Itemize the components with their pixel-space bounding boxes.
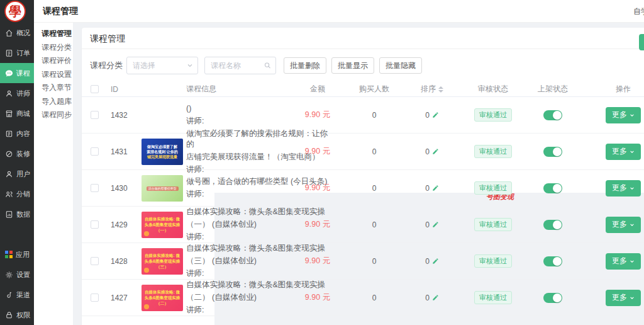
course-id: 1429 [111, 207, 128, 242]
row-checkbox[interactable] [91, 184, 99, 192]
edit-sort-icon[interactable] [432, 221, 439, 228]
course-thumbnail[interactable]: 自媒体实操攻略: 微 头条&图集变现实操 （一） [142, 212, 183, 238]
buyer-count: 0 [343, 280, 406, 316]
sidebar-item-channels[interactable]: 渠道 [0, 285, 34, 305]
table-header: ID 课程信息 金额 购买人数 排序 审核状态 上架状态 操作 [82, 82, 644, 97]
sidebar-item-settings[interactable]: 设置 [0, 265, 34, 285]
person-icon [5, 89, 13, 98]
page-title: 课程管理 [43, 0, 644, 22]
more-button[interactable]: 更多 [606, 144, 641, 160]
sidebar-item-apps[interactable]: 应用 [0, 244, 34, 265]
table-row: 1427 自媒体实操攻略: 微 头条&图集变现实操 （二） 自媒体实操攻略：微头… [82, 280, 644, 316]
batch-show-button[interactable]: 批量显示 [331, 57, 374, 74]
order-list-icon [5, 49, 13, 57]
edit-sort-icon[interactable] [432, 185, 439, 191]
more-button[interactable]: 更多 [606, 217, 641, 233]
chevron-down-icon [630, 149, 635, 154]
shelf-toggle[interactable] [543, 293, 562, 303]
more-button[interactable]: 更多 [606, 290, 641, 306]
sidebar-item-lecturers[interactable]: 讲师 [0, 83, 34, 103]
sidebar-item-users[interactable]: 用户 [0, 164, 34, 184]
edit-sort-icon[interactable] [432, 294, 439, 301]
sidebar-item-content[interactable]: 内容 [0, 123, 34, 144]
subnav-item-import-chapters[interactable]: 导入章节 [34, 81, 73, 95]
sidebar-item-mall[interactable]: 商城 [0, 103, 34, 123]
category-select[interactable]: 请选择 [126, 57, 198, 74]
row-checkbox[interactable] [91, 147, 99, 156]
chevron-down-icon [630, 113, 635, 118]
row-checkbox[interactable] [91, 111, 99, 119]
row-checkbox[interactable] [91, 294, 99, 302]
subnav-item-course-review[interactable]: 课程评价 [34, 54, 73, 68]
shelf-toggle[interactable] [543, 183, 562, 193]
data-file-icon [5, 210, 13, 219]
sort-value: 0 [425, 220, 430, 229]
sort-value: 0 [425, 184, 430, 193]
edit-sort-icon[interactable] [432, 111, 439, 118]
top-header: 课程管理 自学 [34, 0, 644, 23]
table-row: 1428 自媒体实操攻略: 微 头条&图集变现实操 （三） 自媒体实操攻略：微头… [82, 243, 644, 280]
account-menu[interactable]: 自学 [633, 0, 644, 23]
buyer-count: 0 [343, 207, 406, 242]
sidebar-item-decoration[interactable]: 装修 [0, 144, 34, 164]
shelf-toggle[interactable] [543, 256, 562, 266]
shelf-toggle[interactable] [543, 110, 562, 120]
subnav-item-import-question-bank[interactable]: 导入题库 [34, 95, 73, 109]
col-action: 操作 [592, 82, 644, 96]
course-thumbnail[interactable]: 号图变现 适合做的有哪些类型 [142, 175, 183, 202]
sidebar-item-label: 权限 [16, 311, 30, 320]
course-id: 1430 [111, 170, 128, 206]
sort-caret-icon[interactable] [438, 86, 443, 93]
sidebar-item-permissions[interactable]: 权限 [0, 305, 34, 325]
subnav-item-course-category[interactable]: 课程分类 [34, 41, 73, 55]
book-icon [5, 130, 13, 138]
more-button-label: 更多 [612, 256, 627, 266]
sidebar-item-label: 数据 [16, 210, 30, 219]
course-price: 9.90 元 [305, 183, 330, 193]
storefront-icon [5, 110, 13, 118]
more-button[interactable]: 更多 [606, 253, 641, 270]
edit-sort-icon[interactable] [432, 148, 439, 155]
subnav-item-course-manage[interactable]: 课程管理 [34, 27, 73, 41]
category-filter-label: 课程分类 [90, 60, 123, 71]
row-checkbox[interactable] [91, 220, 99, 229]
course-thumbnail[interactable]: 自媒体实操攻略: 微 头条&图集变现实操 （二） [142, 285, 183, 311]
batch-delete-button[interactable]: 批量删除 [284, 57, 326, 74]
sort-value: 0 [425, 294, 430, 302]
search-icon [264, 62, 271, 69]
add-course-button[interactable] [639, 34, 644, 50]
course-thumbnail[interactable]: 做淘宝必须要了解 索排名规则 让你的 铺完美展现获流量 [142, 139, 183, 165]
more-button-label: 更多 [612, 292, 627, 303]
select-all-cell [91, 82, 99, 96]
secondary-sidebar: 课程管理 课程分类 课程评价 课程设置 导入章节 导入题库 课程同步 [34, 23, 73, 325]
sidebar-item-label: 商城 [16, 109, 30, 118]
select-all-checkbox[interactable] [91, 85, 99, 93]
shelf-toggle[interactable] [543, 147, 562, 157]
shelf-toggle[interactable] [543, 220, 562, 230]
more-button-label: 更多 [612, 110, 627, 120]
sidebar-item-orders[interactable]: 订单 [0, 43, 34, 63]
more-button[interactable]: 更多 [606, 107, 641, 123]
course-name-search [204, 57, 276, 74]
sidebar-item-label: 订单 [16, 48, 30, 58]
more-button[interactable]: 更多 [606, 180, 641, 197]
course-id: 1432 [111, 97, 128, 133]
app-logo[interactable]: 學 [4, 1, 26, 22]
edit-sort-icon[interactable] [432, 258, 439, 265]
sidebar-item-distribution[interactable]: 分销 [0, 184, 34, 204]
gear-icon [5, 271, 13, 279]
sidebar-item-overview[interactable]: 概况 [0, 23, 34, 43]
course-thumbnail[interactable]: 自媒体实操攻略: 微 头条&图集变现实操 （三） [142, 248, 183, 275]
sidebar-item-data[interactable]: 数据 [0, 204, 34, 224]
subnav-item-course-sync[interactable]: 课程同步 [34, 108, 73, 122]
table-row: 1430 号图变现 适合做的有哪些类型 做号圈，适合做的有哪些类型 (今日头条)… [82, 170, 644, 207]
audit-status-badge: 审核通过 [474, 291, 512, 304]
subnav-item-course-settings[interactable]: 课程设置 [34, 68, 73, 82]
batch-hide-button[interactable]: 批量隐藏 [379, 57, 422, 74]
more-button-label: 更多 [612, 183, 627, 193]
row-checkbox[interactable] [91, 257, 99, 265]
sidebar-item-courses[interactable]: 课程 [0, 63, 34, 83]
col-sort[interactable]: 排序 [401, 82, 464, 96]
course-management-card: 课程管理 课程分类 请选择 批量删除 批量显示 批量隐藏 ID 课程信息 金额 … [82, 28, 644, 325]
buyer-count: 0 [343, 134, 406, 169]
